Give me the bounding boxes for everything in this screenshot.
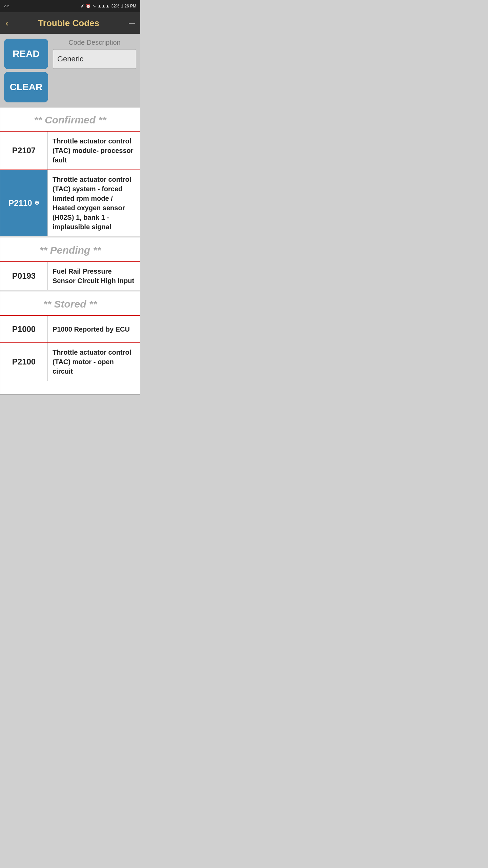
alarm-icon: ⏰ bbox=[86, 4, 91, 8]
action-bar: READ CLEAR Code Description Generic bbox=[0, 34, 140, 107]
code-description-section: Code Description Generic bbox=[53, 39, 136, 69]
snowflake-icon: ❄ bbox=[34, 199, 39, 207]
code-cell-P0193: P0193 bbox=[0, 262, 48, 290]
status-left-icons: ○○ bbox=[4, 4, 10, 8]
code-cell-P2100: P2100 bbox=[0, 343, 48, 381]
time-text: 1:26 PM bbox=[121, 4, 136, 8]
code-cell-P2110: P2110 ❄ bbox=[0, 170, 48, 236]
desc-cell-P2110: Throttle actuator control (TAC) system -… bbox=[48, 170, 140, 236]
desc-cell-P0193: Fuel Rail Pressure Sensor Circuit High I… bbox=[48, 262, 140, 290]
status-bar: ○○ ✗ ⏰ ∿ ▲▲▲ 32% 1:26 PM bbox=[0, 0, 140, 12]
code-cell-P1000: P1000 bbox=[0, 316, 48, 342]
section-header-pending: ** Pending ** bbox=[0, 238, 140, 261]
clear-button[interactable]: CLEAR bbox=[4, 72, 48, 102]
battery-text: 32% bbox=[111, 4, 119, 8]
section-header-confirmed: ** Confirmed ** bbox=[0, 107, 140, 131]
button-group: READ CLEAR bbox=[4, 39, 48, 102]
code-value: P2100 bbox=[12, 357, 36, 367]
app-header: ‹ Trouble Codes — bbox=[0, 12, 140, 34]
status-right-area: ✗ ⏰ ∿ ▲▲▲ 32% 1:26 PM bbox=[81, 4, 136, 8]
signal-icon: ▲▲▲ bbox=[98, 4, 110, 8]
code-value: P2107 bbox=[12, 146, 36, 155]
code-value: P0193 bbox=[12, 271, 36, 281]
code-description-label: Code Description bbox=[53, 39, 136, 46]
table-row[interactable]: P1000P1000 Reported by ECU bbox=[0, 315, 140, 342]
code-value: P2110 bbox=[8, 198, 32, 208]
code-description-dropdown[interactable]: Generic bbox=[53, 49, 136, 69]
table-row[interactable]: P2110 ❄Throttle actuator control (TAC) s… bbox=[0, 170, 140, 236]
codes-container: ** Confirmed **P2107Throttle actuator co… bbox=[0, 107, 140, 395]
table-row[interactable]: P2100Throttle actuator control (TAC) mot… bbox=[0, 342, 140, 381]
desc-cell-P2107: Throttle actuator control (TAC) module- … bbox=[48, 132, 140, 170]
bluetooth-icon: ✗ bbox=[81, 4, 84, 8]
code-value: P1000 bbox=[12, 324, 36, 334]
menu-button[interactable]: — bbox=[129, 20, 135, 27]
code-cell-P2107: P2107 bbox=[0, 132, 48, 170]
desc-cell-P2100: Throttle actuator control (TAC) motor - … bbox=[48, 343, 140, 381]
bottom-padding bbox=[0, 381, 140, 394]
table-row[interactable]: P0193Fuel Rail Pressure Sensor Circuit H… bbox=[0, 261, 140, 290]
table-row[interactable]: P2107Throttle actuator control (TAC) mod… bbox=[0, 131, 140, 170]
desc-cell-P1000: P1000 Reported by ECU bbox=[48, 316, 140, 342]
read-button[interactable]: READ bbox=[4, 39, 48, 69]
wifi-icon: ∿ bbox=[93, 4, 96, 8]
page-title: Trouble Codes bbox=[8, 18, 129, 28]
back-button[interactable]: ‹ bbox=[5, 18, 8, 28]
section-header-stored: ** Stored ** bbox=[0, 292, 140, 315]
